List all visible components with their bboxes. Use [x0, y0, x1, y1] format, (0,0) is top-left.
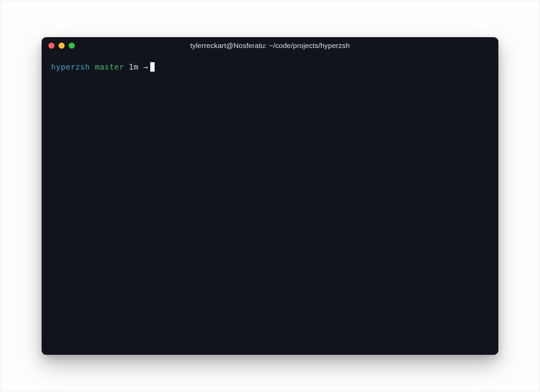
prompt-directory: hyperzsh	[51, 62, 90, 72]
prompt-elapsed-time: 1m	[129, 62, 139, 72]
close-button[interactable]	[48, 43, 54, 49]
window-controls	[48, 43, 75, 49]
prompt-line: hyperzsh master 1m →	[51, 62, 489, 72]
prompt-git-branch: master	[95, 62, 124, 72]
cursor-icon	[150, 62, 155, 72]
minimize-button[interactable]	[59, 43, 65, 49]
prompt-arrow-icon: →	[143, 62, 148, 72]
terminal-window: tylerreckart@Nosferatu: ~/code/projects/…	[42, 37, 498, 355]
window-title: tylerreckart@Nosferatu: ~/code/projects/…	[42, 42, 498, 50]
terminal-body[interactable]: hyperzsh master 1m →	[42, 54, 498, 355]
maximize-button[interactable]	[69, 43, 75, 49]
title-bar: tylerreckart@Nosferatu: ~/code/projects/…	[42, 37, 498, 54]
